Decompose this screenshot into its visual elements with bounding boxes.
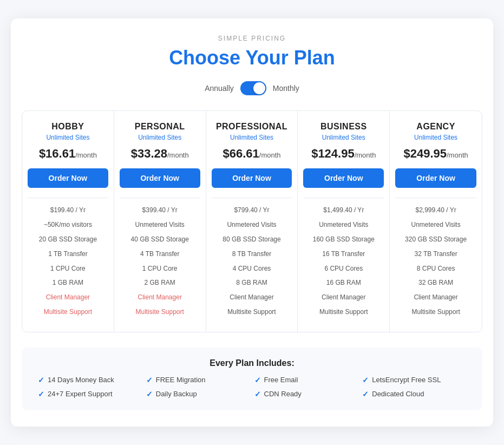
plan-ram-agency: 32 GB RAM: [418, 278, 453, 287]
plan-visitors-personal: Unmetered Visits: [135, 220, 185, 230]
plan-col-professional: PROFESSIONAL Unlimited Sites $66.61/mont…: [206, 111, 298, 331]
plan-transfer-business: 16 TB Transfer: [322, 250, 365, 259]
includes-title: Every Plan Includes:: [38, 358, 466, 368]
plan-multisite-personal: Multisite Support: [136, 307, 184, 317]
plan-sites-agency: Unlimited Sites: [414, 134, 457, 141]
plan-cpu-agency: 8 CPU Cores: [417, 264, 455, 273]
plan-multisite-agency: Multisite Support: [411, 307, 460, 317]
plan-divider-personal: [120, 198, 200, 198]
plan-price-hobby: $16.61/month: [39, 147, 97, 161]
plan-cpu-personal: 1 CPU Core: [142, 264, 178, 273]
includes-item: ✓CDN Ready: [254, 390, 358, 398]
includes-item: ✓24+7 Expert Support: [38, 390, 142, 398]
plan-price-business: $124.95/month: [311, 147, 376, 161]
plan-col-business: BUSINESS Unlimited Sites $124.95/month O…: [298, 111, 390, 331]
includes-item-label: Free Email: [264, 376, 298, 384]
plan-divider-business: [303, 198, 384, 198]
includes-section: Every Plan Includes: ✓14 Days Money Back…: [22, 348, 482, 410]
plan-ram-personal: 2 GB RAM: [145, 278, 175, 287]
includes-item: ✓Dedicated Cloud: [362, 390, 466, 398]
billing-toggle-switch[interactable]: [240, 81, 266, 95]
includes-item-label: 14 Days Money Back: [48, 376, 114, 384]
includes-item-label: Daily Backup: [156, 390, 197, 398]
plan-storage-personal: 40 GB SSD Storage: [131, 235, 189, 244]
includes-item-label: 24+7 Expert Support: [48, 390, 113, 398]
plan-ram-professional: 8 GB RAM: [236, 278, 267, 287]
plan-client-manager-personal: Client Manager: [138, 293, 182, 302]
includes-item: ✓Free Email: [254, 376, 358, 384]
order-btn-agency[interactable]: Order Now: [395, 168, 476, 188]
plan-price-professional: $66.61/month: [222, 147, 280, 161]
plan-transfer-hobby: 1 TB Transfer: [48, 250, 87, 259]
check-icon: ✓: [146, 390, 153, 398]
plan-name-professional: PROFESSIONAL: [216, 122, 287, 132]
includes-item: ✓Daily Backup: [146, 390, 250, 398]
includes-item-label: Dedicated Cloud: [372, 390, 424, 398]
check-icon: ✓: [362, 390, 369, 398]
includes-item-label: CDN Ready: [264, 390, 302, 398]
order-btn-business[interactable]: Order Now: [303, 168, 384, 188]
plan-transfer-personal: 4 TB Transfer: [140, 250, 179, 259]
plan-yearly-hobby: $199.40 / Yr: [50, 206, 86, 215]
plan-cpu-hobby: 1 CPU Core: [50, 264, 86, 273]
plan-client-manager-hobby: Client Manager: [46, 293, 90, 302]
monthly-label: Monthly: [273, 84, 299, 93]
check-icon: ✓: [146, 376, 153, 384]
plan-yearly-business: $1,499.40 / Yr: [323, 206, 364, 215]
plan-divider-professional: [212, 198, 292, 198]
includes-item: ✓FREE Migration: [146, 376, 250, 384]
order-btn-personal[interactable]: Order Now: [120, 168, 200, 188]
plan-yearly-agency: $2,999.40 / Yr: [416, 206, 456, 215]
plan-sites-personal: Unlimited Sites: [138, 134, 181, 141]
includes-item: ✓14 Days Money Back: [38, 376, 142, 384]
plan-name-personal: PERSONAL: [135, 122, 185, 132]
check-icon: ✓: [362, 376, 369, 384]
plan-cpu-business: 6 CPU Cores: [324, 264, 363, 273]
includes-item: ✓LetsEncrypt Free SSL: [362, 376, 466, 384]
includes-grid: ✓14 Days Money Back✓FREE Migration✓Free …: [38, 376, 466, 398]
plan-multisite-hobby: Multisite Support: [44, 307, 92, 317]
annually-label: Annually: [205, 84, 234, 93]
plan-transfer-agency: 32 TB Transfer: [415, 250, 457, 259]
plan-transfer-professional: 8 TB Transfer: [232, 250, 271, 259]
plan-sites-business: Unlimited Sites: [322, 134, 365, 141]
plan-price-personal: $33.28/month: [131, 147, 189, 161]
plan-name-hobby: HOBBY: [51, 122, 84, 132]
check-icon: ✓: [254, 376, 261, 384]
check-icon: ✓: [38, 390, 44, 398]
plan-multisite-business: Multisite Support: [319, 307, 368, 317]
plan-col-personal: PERSONAL Unlimited Sites $33.28/month Or…: [114, 111, 206, 331]
plan-name-agency: AGENCY: [416, 122, 455, 132]
order-btn-professional[interactable]: Order Now: [212, 168, 292, 188]
plans-grid: HOBBY Unlimited Sites $16.61/month Order…: [22, 110, 482, 332]
plan-client-manager-business: Client Manager: [322, 293, 365, 302]
plan-divider-agency: [395, 198, 476, 198]
plan-visitors-professional: Unmetered Visits: [227, 220, 276, 230]
plan-col-agency: AGENCY Unlimited Sites $249.95/month Ord…: [390, 111, 482, 331]
title-plain: Choose Your: [169, 47, 294, 69]
plan-divider-hobby: [28, 198, 108, 198]
toggle-knob: [253, 82, 265, 94]
plan-storage-hobby: 20 GB SSD Storage: [39, 235, 97, 244]
plan-cpu-professional: 4 CPU Cores: [233, 264, 271, 273]
plan-ram-business: 16 GB RAM: [326, 278, 361, 287]
plan-storage-business: 160 GB SSD Storage: [313, 235, 375, 244]
main-title: Choose Your Plan: [22, 47, 482, 69]
plan-price-agency: $249.95/month: [403, 147, 468, 161]
plan-storage-professional: 80 GB SSD Storage: [222, 235, 280, 244]
billing-toggle: Annually Monthly: [22, 81, 482, 95]
plan-sites-professional: Unlimited Sites: [230, 134, 273, 141]
plan-visitors-agency: Unmetered Visits: [411, 220, 461, 230]
plan-storage-agency: 320 GB SSD Storage: [405, 235, 467, 244]
plan-multisite-professional: Multisite Support: [227, 307, 276, 317]
plan-yearly-professional: $799.40 / Yr: [234, 206, 269, 215]
plan-col-hobby: HOBBY Unlimited Sites $16.61/month Order…: [22, 111, 114, 331]
plan-yearly-personal: $399.40 / Yr: [142, 206, 178, 215]
title-accent: Plan: [294, 47, 335, 69]
plan-client-manager-professional: Client Manager: [230, 293, 273, 302]
plan-client-manager-agency: Client Manager: [414, 293, 457, 302]
includes-item-label: LetsEncrypt Free SSL: [372, 376, 441, 384]
plan-sites-hobby: Unlimited Sites: [46, 134, 89, 141]
order-btn-hobby[interactable]: Order Now: [28, 168, 108, 188]
plan-ram-hobby: 1 GB RAM: [53, 278, 83, 287]
